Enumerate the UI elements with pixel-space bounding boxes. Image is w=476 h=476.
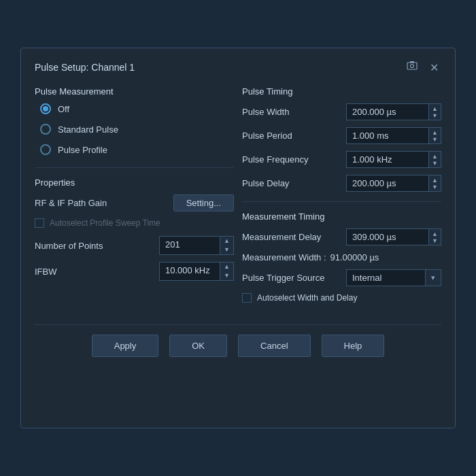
num-points-row: Number of Points 201 ▲ ▼: [35, 236, 234, 255]
pulse-trigger-row: Pulse Trigger Source Internal ▾: [242, 269, 441, 286]
pulse-delay-value: 200.000 µs: [347, 175, 428, 191]
properties-section: Properties RF & IF Path Gain Setting... …: [35, 177, 234, 281]
divider-left: [35, 167, 234, 168]
left-panel: Pulse Measurement Off Standard Pulse Pul…: [35, 86, 234, 311]
right-panel: Pulse Timing Pulse Width 200.000 µs ▲ ▼ …: [242, 86, 441, 311]
pulse-delay-up-icon[interactable]: ▲: [432, 177, 438, 184]
radio-standard-circle: [40, 124, 51, 135]
measurement-delay-up-icon[interactable]: ▲: [432, 231, 438, 237]
measurement-delay-row: Measurement Delay 309.000 µs ▲ ▼: [242, 228, 441, 245]
num-points-up[interactable]: ▲: [220, 237, 233, 245]
measurement-width-row: Measurement Width : 91.00000 µs: [242, 252, 441, 262]
radio-standard-label: Standard Pulse: [58, 124, 118, 135]
radio-off[interactable]: Off: [40, 103, 234, 114]
ifbw-row: IFBW 10.000 kHz ▲ ▼: [35, 262, 234, 281]
autoselect-checkbox[interactable]: [35, 218, 44, 228]
pulse-measurement-title: Pulse Measurement: [35, 86, 234, 97]
ifbw-spinner: 10.000 kHz ▲ ▼: [159, 262, 234, 281]
ifbw-value: 10.000 kHz: [160, 262, 220, 280]
main-content: Pulse Measurement Off Standard Pulse Pul…: [35, 86, 441, 311]
measurement-delay-label: Measurement Delay: [242, 232, 321, 242]
footer-buttons: Apply OK Cancel Help: [35, 324, 441, 357]
pulse-freq-row: Pulse Frequency 1.000 kHz ▲ ▼: [242, 151, 441, 168]
num-points-spinner: 201 ▲ ▼: [159, 236, 234, 255]
title-icons: ✕: [404, 59, 441, 75]
num-points-arrows: ▲ ▼: [220, 237, 233, 254]
radio-profile[interactable]: Pulse Profile: [40, 144, 234, 155]
pulse-freq-down-icon[interactable]: ▼: [432, 160, 438, 167]
ifbw-arrows: ▲ ▼: [220, 262, 233, 280]
radio-off-circle: [40, 103, 51, 114]
setting-button[interactable]: Setting...: [173, 194, 234, 211]
measurement-delay-input: 309.000 µs ▲ ▼: [346, 228, 441, 245]
pulse-freq-input: 1.000 kHz ▲ ▼: [346, 151, 441, 168]
pulse-period-down-icon[interactable]: ▼: [432, 136, 438, 143]
pulse-freq-value: 1.000 kHz: [347, 152, 428, 167]
divider-right: [242, 201, 441, 202]
pulse-width-input: 200.000 µs ▲ ▼: [346, 103, 441, 120]
pulse-delay-down-icon[interactable]: ▼: [432, 184, 438, 190]
pulse-width-arrows: ▲ ▼: [428, 104, 441, 120]
pulse-period-up-icon[interactable]: ▲: [432, 129, 438, 136]
pulse-width-label: Pulse Width: [242, 107, 317, 117]
measurement-width-label: Measurement Width :: [242, 252, 326, 262]
ifbw-down[interactable]: ▼: [220, 271, 233, 280]
pulse-period-value: 1.000 ms: [347, 128, 428, 143]
pulse-freq-up-icon[interactable]: ▲: [432, 153, 438, 160]
measurement-timing-section: Measurement Timing Measurement Delay 309…: [242, 211, 441, 303]
dialog-title: Pulse Setup: Channel 1: [35, 62, 135, 73]
close-button[interactable]: ✕: [427, 60, 441, 75]
cancel-button[interactable]: Cancel: [238, 335, 310, 357]
ifbw-label: IFBW: [35, 267, 57, 277]
rf-if-row: RF & IF Path Gain Setting...: [35, 194, 234, 211]
rf-if-label: RF & IF Path Gain: [35, 198, 107, 208]
pulse-width-row: Pulse Width 200.000 µs ▲ ▼: [242, 103, 441, 120]
measurement-delay-value: 309.000 µs: [347, 229, 428, 245]
autoselect-row: Autoselect Profile Sweep Time: [35, 218, 234, 228]
ok-button[interactable]: OK: [169, 335, 227, 357]
ifbw-up[interactable]: ▲: [220, 262, 233, 271]
pulse-freq-label: Pulse Frequency: [242, 154, 317, 165]
radio-profile-label: Pulse Profile: [58, 145, 107, 155]
pulse-trigger-caret-icon: ▾: [425, 270, 441, 286]
measurement-width-value: 91.00000 µs: [330, 252, 379, 262]
svg-rect-2: [410, 61, 414, 63]
num-points-label: Number of Points: [35, 241, 103, 251]
pulse-freq-arrows: ▲ ▼: [428, 152, 441, 167]
dialog-container: Pulse Setup: Channel 1 ✕ Pulse Measureme…: [20, 48, 456, 428]
pulse-width-down-icon[interactable]: ▼: [432, 112, 438, 119]
title-bar: Pulse Setup: Channel 1 ✕: [35, 59, 441, 75]
pulse-delay-input: 200.000 µs ▲ ▼: [346, 175, 441, 192]
pulse-period-input: 1.000 ms ▲ ▼: [346, 127, 441, 144]
properties-title: Properties: [35, 177, 234, 188]
pulse-trigger-select[interactable]: Internal ▾: [346, 269, 441, 286]
pulse-width-value: 200.000 µs: [347, 104, 428, 120]
pulse-delay-row: Pulse Delay 200.000 µs ▲ ▼: [242, 175, 441, 192]
pulse-period-arrows: ▲ ▼: [428, 128, 441, 143]
pulse-trigger-value: Internal: [347, 270, 425, 286]
pulse-timing-title: Pulse Timing: [242, 86, 441, 97]
num-points-down[interactable]: ▼: [220, 245, 233, 254]
pulse-period-row: Pulse Period 1.000 ms ▲ ▼: [242, 127, 441, 144]
svg-point-1: [411, 65, 414, 68]
pulse-delay-arrows: ▲ ▼: [428, 175, 441, 191]
measurement-timing-title: Measurement Timing: [242, 211, 441, 222]
pulse-width-up-icon[interactable]: ▲: [432, 105, 438, 112]
pulse-delay-label: Pulse Delay: [242, 178, 317, 188]
apply-button[interactable]: Apply: [92, 335, 159, 357]
screenshot-button[interactable]: [404, 59, 420, 75]
measurement-delay-arrows: ▲ ▼: [428, 229, 441, 245]
pulse-period-label: Pulse Period: [242, 131, 317, 141]
radio-off-label: Off: [58, 104, 69, 114]
num-points-value: 201: [160, 237, 220, 254]
autoselect-label: Autoselect Profile Sweep Time: [50, 218, 160, 228]
svg-rect-0: [407, 63, 417, 69]
radio-profile-circle: [40, 144, 51, 155]
pulse-trigger-label: Pulse Trigger Source: [242, 273, 324, 283]
autoselect-width-checkbox[interactable]: [242, 293, 252, 303]
measurement-delay-down-icon[interactable]: ▼: [432, 237, 438, 244]
autoselect-width-label: Autoselect Width and Delay: [257, 293, 357, 303]
help-button[interactable]: Help: [322, 335, 385, 357]
autoselect-width-row: Autoselect Width and Delay: [242, 293, 441, 303]
radio-standard[interactable]: Standard Pulse: [40, 124, 234, 135]
